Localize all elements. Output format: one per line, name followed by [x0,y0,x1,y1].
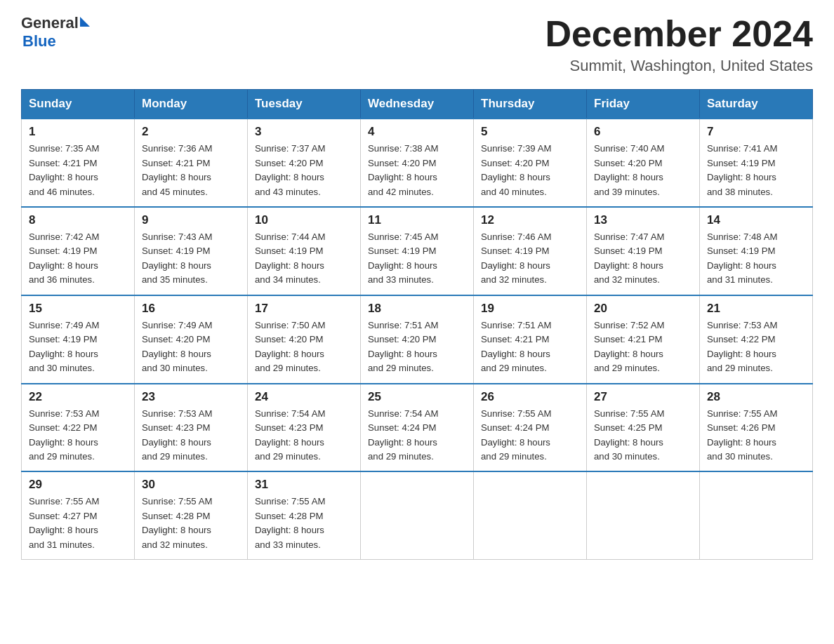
day-info: Sunrise: 7:55 AM Sunset: 4:25 PM Dayligh… [594,407,692,464]
day-info: Sunrise: 7:41 AM Sunset: 4:19 PM Dayligh… [707,142,805,199]
day-info: Sunrise: 7:39 AM Sunset: 4:20 PM Dayligh… [481,142,579,199]
logo: General Blue [21,14,90,51]
day-info: Sunrise: 7:37 AM Sunset: 4:20 PM Dayligh… [255,142,353,199]
day-number: 17 [255,302,353,316]
day-info: Sunrise: 7:51 AM Sunset: 4:21 PM Dayligh… [481,318,579,376]
day-number: 23 [142,390,240,404]
day-number: 28 [707,390,805,404]
day-number: 5 [481,125,579,139]
column-header-thursday: Thursday [474,90,587,119]
day-info: Sunrise: 7:55 AM Sunset: 4:24 PM Dayligh… [481,407,579,464]
day-info: Sunrise: 7:54 AM Sunset: 4:23 PM Dayligh… [255,407,353,464]
calendar-cell: 14 Sunrise: 7:48 AM Sunset: 4:19 PM Dayl… [700,207,813,295]
day-info: Sunrise: 7:49 AM Sunset: 4:19 PM Dayligh… [29,318,127,376]
day-info: Sunrise: 7:45 AM Sunset: 4:19 PM Dayligh… [368,230,466,288]
calendar-title: December 2024 [545,14,813,54]
calendar-cell: 20 Sunrise: 7:52 AM Sunset: 4:21 PM Dayl… [587,295,700,384]
column-header-friday: Friday [587,90,700,119]
calendar-cell: 4 Sunrise: 7:38 AM Sunset: 4:20 PM Dayli… [361,119,474,207]
day-number: 29 [29,478,127,492]
day-info: Sunrise: 7:38 AM Sunset: 4:20 PM Dayligh… [368,142,466,199]
day-number: 24 [255,390,353,404]
day-number: 7 [707,125,805,139]
calendar-cell: 9 Sunrise: 7:43 AM Sunset: 4:19 PM Dayli… [135,207,248,295]
calendar-cell: 31 Sunrise: 7:55 AM Sunset: 4:28 PM Dayl… [248,471,361,559]
day-number: 4 [368,125,466,139]
day-number: 18 [368,302,466,316]
calendar-cell: 8 Sunrise: 7:42 AM Sunset: 4:19 PM Dayli… [22,207,135,295]
day-number: 22 [29,390,127,404]
day-info: Sunrise: 7:55 AM Sunset: 4:28 PM Dayligh… [142,495,240,552]
calendar-cell [700,471,813,559]
day-info: Sunrise: 7:55 AM Sunset: 4:28 PM Dayligh… [255,495,353,552]
day-number: 8 [29,213,127,227]
day-number: 31 [255,478,353,492]
column-header-sunday: Sunday [22,90,135,119]
day-info: Sunrise: 7:53 AM Sunset: 4:23 PM Dayligh… [142,407,240,464]
calendar-cell [474,471,587,559]
calendar-week-row: 8 Sunrise: 7:42 AM Sunset: 4:19 PM Dayli… [22,207,813,295]
calendar-cell: 23 Sunrise: 7:53 AM Sunset: 4:23 PM Dayl… [135,384,248,472]
calendar-cell: 25 Sunrise: 7:54 AM Sunset: 4:24 PM Dayl… [361,384,474,472]
logo-blue-text: Blue [22,32,90,51]
calendar-cell: 17 Sunrise: 7:50 AM Sunset: 4:20 PM Dayl… [248,295,361,384]
calendar-cell: 19 Sunrise: 7:51 AM Sunset: 4:21 PM Dayl… [474,295,587,384]
title-area: December 2024 Summit, Washington, United… [545,14,813,75]
day-info: Sunrise: 7:48 AM Sunset: 4:19 PM Dayligh… [707,230,805,288]
calendar-cell: 1 Sunrise: 7:35 AM Sunset: 4:21 PM Dayli… [22,119,135,207]
calendar-cell: 30 Sunrise: 7:55 AM Sunset: 4:28 PM Dayl… [135,471,248,559]
calendar-cell: 2 Sunrise: 7:36 AM Sunset: 4:21 PM Dayli… [135,119,248,207]
calendar-cell: 10 Sunrise: 7:44 AM Sunset: 4:19 PM Dayl… [248,207,361,295]
calendar-header-row: SundayMondayTuesdayWednesdayThursdayFrid… [22,90,813,119]
day-info: Sunrise: 7:49 AM Sunset: 4:20 PM Dayligh… [142,318,240,376]
calendar-subtitle: Summit, Washington, United States [545,57,813,75]
day-info: Sunrise: 7:53 AM Sunset: 4:22 PM Dayligh… [707,318,805,376]
calendar-cell: 13 Sunrise: 7:47 AM Sunset: 4:19 PM Dayl… [587,207,700,295]
calendar-cell: 18 Sunrise: 7:51 AM Sunset: 4:20 PM Dayl… [361,295,474,384]
day-number: 13 [594,213,692,227]
day-info: Sunrise: 7:44 AM Sunset: 4:19 PM Dayligh… [255,230,353,288]
calendar-cell: 16 Sunrise: 7:49 AM Sunset: 4:20 PM Dayl… [135,295,248,384]
day-number: 9 [142,213,240,227]
day-info: Sunrise: 7:52 AM Sunset: 4:21 PM Dayligh… [594,318,692,376]
day-number: 27 [594,390,692,404]
day-number: 19 [481,302,579,316]
calendar-cell: 27 Sunrise: 7:55 AM Sunset: 4:25 PM Dayl… [587,384,700,472]
calendar-cell: 24 Sunrise: 7:54 AM Sunset: 4:23 PM Dayl… [248,384,361,472]
calendar-cell: 28 Sunrise: 7:55 AM Sunset: 4:26 PM Dayl… [700,384,813,472]
day-info: Sunrise: 7:36 AM Sunset: 4:21 PM Dayligh… [142,142,240,199]
column-header-tuesday: Tuesday [248,90,361,119]
day-info: Sunrise: 7:43 AM Sunset: 4:19 PM Dayligh… [142,230,240,288]
calendar-table: SundayMondayTuesdayWednesdayThursdayFrid… [21,89,813,560]
day-info: Sunrise: 7:53 AM Sunset: 4:22 PM Dayligh… [29,407,127,464]
day-number: 1 [29,125,127,139]
calendar-cell: 22 Sunrise: 7:53 AM Sunset: 4:22 PM Dayl… [22,384,135,472]
column-header-monday: Monday [135,90,248,119]
calendar-cell: 3 Sunrise: 7:37 AM Sunset: 4:20 PM Dayli… [248,119,361,207]
page-header: General Blue December 2024 Summit, Washi… [21,14,813,75]
calendar-week-row: 1 Sunrise: 7:35 AM Sunset: 4:21 PM Dayli… [22,119,813,207]
calendar-week-row: 15 Sunrise: 7:49 AM Sunset: 4:19 PM Dayl… [22,295,813,384]
column-header-wednesday: Wednesday [361,90,474,119]
logo-triangle-icon [80,17,90,27]
calendar-cell: 15 Sunrise: 7:49 AM Sunset: 4:19 PM Dayl… [22,295,135,384]
day-number: 21 [707,302,805,316]
day-info: Sunrise: 7:35 AM Sunset: 4:21 PM Dayligh… [29,142,127,199]
calendar-cell: 6 Sunrise: 7:40 AM Sunset: 4:20 PM Dayli… [587,119,700,207]
day-number: 2 [142,125,240,139]
day-info: Sunrise: 7:40 AM Sunset: 4:20 PM Dayligh… [594,142,692,199]
calendar-week-row: 22 Sunrise: 7:53 AM Sunset: 4:22 PM Dayl… [22,384,813,472]
day-info: Sunrise: 7:55 AM Sunset: 4:27 PM Dayligh… [29,495,127,552]
calendar-cell: 7 Sunrise: 7:41 AM Sunset: 4:19 PM Dayli… [700,119,813,207]
day-number: 6 [594,125,692,139]
day-number: 30 [142,478,240,492]
day-info: Sunrise: 7:50 AM Sunset: 4:20 PM Dayligh… [255,318,353,376]
day-number: 16 [142,302,240,316]
day-number: 25 [368,390,466,404]
day-info: Sunrise: 7:54 AM Sunset: 4:24 PM Dayligh… [368,407,466,464]
calendar-cell [587,471,700,559]
calendar-cell: 26 Sunrise: 7:55 AM Sunset: 4:24 PM Dayl… [474,384,587,472]
calendar-cell: 29 Sunrise: 7:55 AM Sunset: 4:27 PM Dayl… [22,471,135,559]
day-number: 15 [29,302,127,316]
calendar-week-row: 29 Sunrise: 7:55 AM Sunset: 4:27 PM Dayl… [22,471,813,559]
